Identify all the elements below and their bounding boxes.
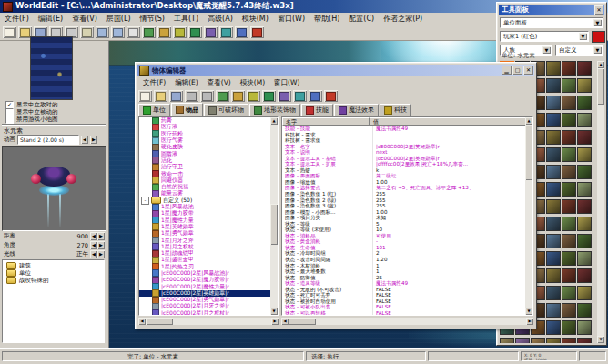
- tree-item-row[interactable]: 医疗药粉: [139, 131, 278, 137]
- object-tree[interactable]: 药膏医疗液医疗药粉医疗气雾硬化皮肤圆盾液活化治疗守卫致命一击回避仪器自然的祝福能…: [138, 116, 279, 316]
- tree-item-row[interactable]: 自然的祝福: [139, 184, 278, 190]
- app-menu-item[interactable]: 配置(C): [344, 14, 379, 24]
- tab-技能[interactable]: 技能: [301, 104, 333, 116]
- unit-icon[interactable]: [531, 338, 545, 343]
- scroll-left-icon[interactable]: ◀: [138, 318, 146, 325]
- unit-icon[interactable]: [562, 199, 576, 214]
- object-editor-menu-item[interactable]: 查看(V): [203, 78, 236, 87]
- column-header-value[interactable]: 值: [370, 117, 532, 126]
- object-editor-button[interactable]: [188, 26, 202, 38]
- sound-editor-button[interactable]: [173, 26, 187, 38]
- tab-物品[interactable]: 物品: [171, 103, 203, 116]
- mode-select[interactable]: 自定义 ▼: [555, 45, 603, 56]
- animation-select[interactable]: Stand 2 (2.00 s): [17, 135, 79, 145]
- scrollbar-thumb[interactable]: [289, 318, 316, 325]
- maximize-icon[interactable]: ▢: [512, 66, 522, 75]
- folder-row[interactable]: 单位: [3, 269, 104, 277]
- tree-item-row[interactable]: 1星|勇气勋章: [139, 230, 278, 237]
- import-manager-button[interactable]: [235, 26, 248, 38]
- object-editor-menu-item[interactable]: 编辑(E): [170, 78, 203, 87]
- object-editor-menu-item[interactable]: 文件(F): [138, 78, 170, 87]
- unit-icon[interactable]: [577, 217, 592, 231]
- tree-item-row[interactable]: 1星|盛世金甲: [139, 257, 278, 263]
- unit-icon[interactable]: [562, 251, 576, 266]
- app-menu-item[interactable]: 查看(V): [67, 14, 102, 24]
- unit-icon[interactable]: [577, 78, 592, 93]
- unit-icon[interactable]: [546, 147, 561, 162]
- minimize-icon[interactable]: ▁: [502, 66, 512, 75]
- tree-item-row[interactable]: 1星|月牙之斧: [139, 237, 278, 243]
- app-menu-item[interactable]: 模块(M): [238, 14, 273, 24]
- paste-button[interactable]: [80, 26, 94, 38]
- unit-icon[interactable]: [577, 338, 592, 343]
- undo-button[interactable]: [185, 90, 198, 102]
- open-button[interactable]: [154, 90, 167, 102]
- app-menu-item[interactable]: 情节(S): [136, 14, 169, 24]
- scroll-down-icon[interactable]: ▼: [525, 308, 532, 315]
- chevron-down-icon[interactable]: ▼: [579, 33, 587, 40]
- campaign-editor-button[interactable]: [204, 26, 218, 38]
- unit-icon[interactable]: [562, 338, 576, 343]
- app-menu-item[interactable]: 帮助(H): [309, 14, 344, 24]
- tree-item-row[interactable]: 治疗守卫: [139, 164, 278, 170]
- unit-icon[interactable]: [562, 320, 576, 335]
- decrease-button[interactable]: ◀: [90, 241, 97, 249]
- tree-hscrollbar[interactable]: ◀ ▶: [138, 318, 279, 325]
- scroll-down-icon[interactable]: ▼: [270, 308, 278, 315]
- tree-scrollbar[interactable]: ▲ ▼: [270, 117, 278, 315]
- tree-item-row[interactable]: 圆盾液: [139, 150, 278, 157]
- app-menu-item[interactable]: 作者之家(P): [379, 14, 427, 24]
- unit-icon[interactable]: [546, 61, 561, 76]
- test-map-button[interactable]: [324, 90, 338, 102]
- unit-icon[interactable]: [562, 182, 576, 197]
- unit-icon[interactable]: [546, 165, 561, 179]
- column-header-name[interactable]: 名字: [282, 117, 370, 126]
- scroll-up-icon[interactable]: ▲: [597, 61, 604, 68]
- unit-icon[interactable]: [577, 96, 592, 110]
- redo-button[interactable]: [111, 26, 125, 38]
- minimap[interactable]: [30, 36, 73, 100]
- tree-item-row[interactable]: 活化: [139, 157, 278, 164]
- tree-item-row[interactable]: 药膏: [139, 117, 278, 124]
- scrollbar-thumb[interactable]: [146, 318, 173, 325]
- object-editor-titlebar[interactable]: 物体编辑器: [137, 65, 534, 76]
- ai-editor-button[interactable]: [219, 26, 233, 38]
- terrain-editor-button[interactable]: [142, 26, 156, 38]
- scroll-right-icon[interactable]: ▶: [526, 318, 533, 325]
- tree-item-row[interactable]: |cE00C000|2星|月之权杖|r: [139, 310, 278, 316]
- decrease-button[interactable]: ◀: [90, 232, 97, 240]
- tree-item-row[interactable]: 致命一击: [139, 170, 278, 177]
- animation-next-button[interactable]: ▶: [90, 136, 97, 144]
- animation-prev-button[interactable]: ◀: [81, 136, 88, 144]
- redo-button[interactable]: [200, 90, 214, 102]
- tree-item-row[interactable]: 医疗液: [139, 124, 278, 130]
- tab-科技[interactable]: 科技: [380, 104, 411, 116]
- app-menu-item[interactable]: 高级(A): [203, 14, 238, 24]
- chevron-down-icon[interactable]: ▼: [593, 19, 602, 26]
- scroll-down-icon[interactable]: ▼: [597, 336, 604, 343]
- increase-button[interactable]: ▶: [97, 250, 105, 258]
- folder-row[interactable]: 战役特殊的: [3, 277, 104, 284]
- tree-item-row[interactable]: 1星|魔性力量: [139, 217, 278, 223]
- unit-icon[interactable]: [546, 286, 561, 300]
- trigger-editor-button[interactable]: [231, 90, 245, 102]
- unit-icon[interactable]: [577, 182, 592, 197]
- tree-item-row[interactable]: 1星|月之权杖: [139, 244, 278, 250]
- unit-icon[interactable]: [577, 199, 592, 214]
- property-row[interactable]: 状态 - 可以再转移FALSE: [282, 310, 532, 316]
- unit-icon[interactable]: [577, 61, 592, 76]
- tab-地形装饰物[interactable]: 地形装饰物: [249, 104, 300, 116]
- player-select[interactable]: 玩家1 (红色) ▼: [500, 31, 589, 42]
- tool-palette-titlebar[interactable]: 工具面板 ✕: [499, 5, 604, 15]
- close-icon[interactable]: ✕: [523, 66, 533, 75]
- unit-icon[interactable]: [562, 61, 576, 76]
- table-scrollbar[interactable]: ▲ ▼: [525, 117, 532, 315]
- trigger-editor-button[interactable]: [157, 26, 171, 38]
- unit-icon[interactable]: [562, 286, 576, 300]
- chevron-down-icon[interactable]: ▼: [542, 46, 551, 54]
- model-preview[interactable]: [2, 146, 106, 231]
- increase-button[interactable]: ▶: [97, 241, 105, 249]
- scrollbar-thumb[interactable]: [597, 68, 604, 105]
- chevron-down-icon[interactable]: ▼: [593, 46, 602, 54]
- unit-icon[interactable]: [500, 338, 514, 343]
